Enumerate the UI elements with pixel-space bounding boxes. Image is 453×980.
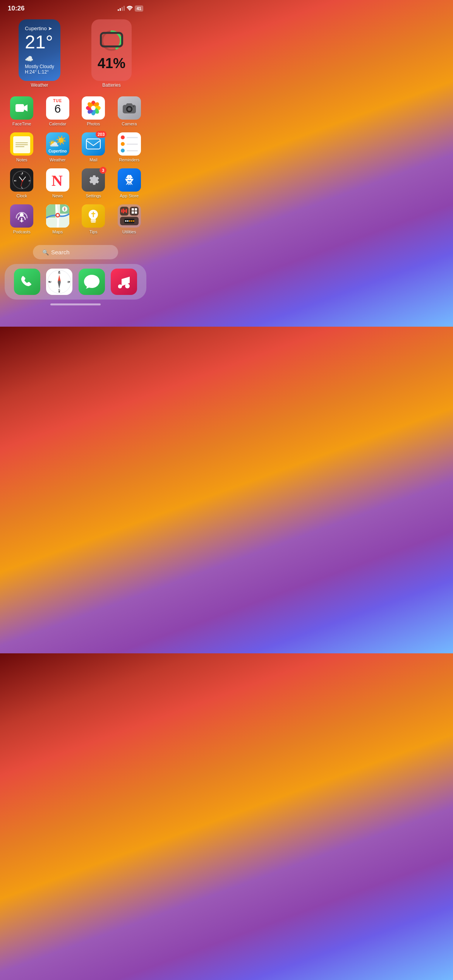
svg-rect-44 bbox=[91, 220, 96, 221]
svg-rect-48 bbox=[121, 209, 122, 212]
app-maps[interactable]: Maps bbox=[40, 201, 76, 237]
mail-label: Mail bbox=[89, 158, 97, 162]
svg-point-58 bbox=[127, 220, 129, 222]
svg-point-32 bbox=[22, 180, 23, 182]
svg-point-60 bbox=[131, 220, 132, 222]
battery-widget[interactable]: 41% bbox=[91, 19, 132, 81]
status-icons: 41 bbox=[118, 5, 143, 12]
photos-icon bbox=[82, 96, 105, 120]
mail-badge: 203 bbox=[96, 131, 106, 138]
notes-label: Notes bbox=[16, 158, 27, 162]
svg-point-61 bbox=[133, 220, 134, 222]
weather-highlow: H:24° L:12° bbox=[25, 69, 54, 75]
dock: N E S W bbox=[5, 264, 146, 300]
weather-location: Cupertino ➤ bbox=[25, 26, 54, 31]
svg-text:A: A bbox=[128, 182, 130, 186]
svg-text:S: S bbox=[58, 288, 61, 292]
svg-point-42 bbox=[57, 214, 59, 216]
svg-text:N: N bbox=[58, 271, 60, 275]
appstore-label: App Store bbox=[120, 194, 139, 198]
search-bar[interactable]: 🔍 Search bbox=[33, 245, 118, 259]
svg-rect-49 bbox=[123, 209, 124, 213]
app-photos[interactable]: Photos bbox=[76, 93, 112, 129]
maps-icon bbox=[46, 204, 69, 228]
facetime-icon bbox=[10, 96, 33, 120]
svg-rect-20 bbox=[86, 139, 100, 149]
svg-rect-54 bbox=[132, 211, 134, 214]
tips-label: Tips bbox=[89, 230, 97, 234]
reminders-label: Reminders bbox=[119, 158, 139, 162]
weather-widget-label: Weather bbox=[31, 82, 48, 88]
svg-text:E: E bbox=[68, 280, 70, 284]
app-weather[interactable]: Cupertino ☀️ ⛅ Weather bbox=[40, 129, 76, 165]
battery-percent: 41% bbox=[98, 55, 125, 72]
app-calendar[interactable]: TUE 6 Calendar bbox=[40, 93, 76, 129]
svg-point-75 bbox=[118, 284, 122, 288]
svg-rect-50 bbox=[124, 210, 125, 212]
dock-safari[interactable]: N E S W bbox=[46, 269, 72, 295]
dock-messages[interactable] bbox=[79, 269, 105, 295]
dock-music[interactable] bbox=[111, 269, 137, 295]
app-settings[interactable]: 3 Settings bbox=[76, 165, 112, 201]
svg-text:N: N bbox=[51, 172, 63, 188]
weather-app-label: Weather bbox=[50, 158, 65, 162]
svg-text:6: 6 bbox=[21, 186, 22, 188]
utilities-icon bbox=[118, 204, 141, 228]
search-icon: 🔍 bbox=[42, 249, 49, 255]
weather-app-icon: Cupertino ☀️ ⛅ bbox=[46, 132, 69, 156]
app-utilities[interactable]: Utilities bbox=[112, 201, 148, 237]
calendar-label: Calendar bbox=[49, 122, 66, 126]
weather-widget[interactable]: Cupertino ➤ 21° ☁️ Mostly Cloudy H:24° L… bbox=[19, 19, 60, 81]
app-appstore[interactable]: A App Store bbox=[112, 165, 148, 201]
home-indicator bbox=[50, 303, 101, 305]
app-mail[interactable]: 203 Mail bbox=[76, 129, 112, 165]
music-icon bbox=[111, 269, 137, 295]
weather-cloud-icon: ☁️ bbox=[25, 55, 54, 63]
app-facetime[interactable]: FaceTime bbox=[4, 93, 40, 129]
photos-label: Photos bbox=[87, 122, 100, 126]
status-time: 10:26 bbox=[8, 5, 24, 12]
search-placeholder: Search bbox=[51, 249, 70, 255]
battery-widget-label: Batteries bbox=[102, 82, 120, 88]
mail-icon: 203 bbox=[82, 132, 105, 156]
tips-icon bbox=[82, 204, 105, 228]
svg-rect-45 bbox=[91, 222, 96, 223]
battery-ring bbox=[100, 29, 123, 52]
calendar-date: 6 bbox=[54, 103, 61, 115]
clock-label: Clock bbox=[16, 194, 27, 198]
messages-icon bbox=[79, 269, 105, 295]
phone-icon bbox=[14, 269, 40, 295]
svg-line-31 bbox=[21, 181, 22, 186]
svg-text:W: W bbox=[48, 280, 51, 284]
news-label: News bbox=[52, 194, 63, 198]
svg-text:12: 12 bbox=[21, 173, 23, 175]
notes-icon bbox=[10, 132, 33, 156]
app-tips[interactable]: Tips bbox=[76, 201, 112, 237]
podcasts-icon bbox=[10, 204, 33, 228]
svg-rect-5 bbox=[15, 104, 24, 112]
app-reminders[interactable]: Reminders bbox=[112, 129, 148, 165]
safari-icon: N E S W bbox=[46, 269, 72, 295]
search-container: 🔍 Search bbox=[0, 237, 151, 264]
utilities-label: Utilities bbox=[122, 230, 136, 234]
dock-phone[interactable] bbox=[14, 269, 40, 295]
app-podcasts[interactable]: Podcasts bbox=[4, 201, 40, 237]
news-icon: N bbox=[46, 168, 69, 192]
clock-icon: 12 3 6 9 bbox=[10, 168, 33, 192]
svg-point-18 bbox=[128, 108, 131, 111]
settings-icon: 3 bbox=[82, 168, 105, 192]
app-news[interactable]: N News bbox=[40, 165, 76, 201]
reminders-icon bbox=[118, 132, 141, 156]
status-bar: 10:26 41 bbox=[0, 0, 151, 15]
app-clock[interactable]: 12 3 6 9 Clock bbox=[4, 165, 40, 201]
maps-label: Maps bbox=[52, 230, 63, 234]
facetime-label: FaceTime bbox=[12, 122, 31, 126]
app-notes[interactable]: Notes bbox=[4, 129, 40, 165]
signal-icon bbox=[118, 6, 125, 11]
svg-point-59 bbox=[129, 220, 130, 222]
svg-point-14 bbox=[91, 106, 96, 110]
weather-description: Mostly Cloudy bbox=[25, 64, 54, 69]
svg-rect-52 bbox=[132, 208, 134, 211]
weather-temp: 21° bbox=[25, 33, 54, 51]
app-camera[interactable]: Camera bbox=[112, 93, 148, 129]
